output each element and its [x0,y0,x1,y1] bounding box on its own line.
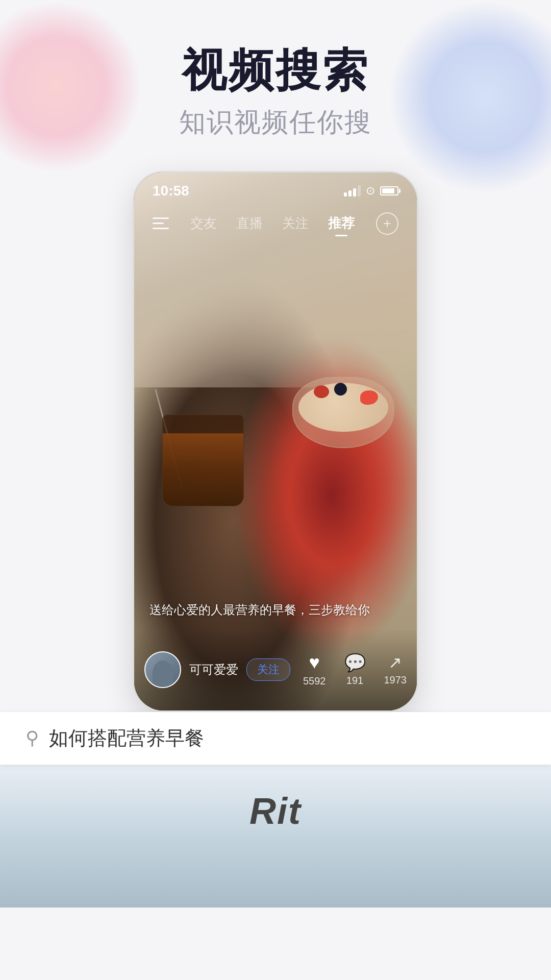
cup-area [162,414,244,506]
search-icon: ⚲ [26,727,39,749]
phone-container: 10:58 ⊙ 交友 直播 [0,171,551,712]
share-icon: ↗ [388,653,402,672]
page-sub-title: 知识视频任你搜 [0,105,551,140]
like-count: 5592 [303,675,326,687]
action-icons: ♥ 5592 💬 191 ↗ 1973 [303,652,407,687]
heart-icon: ♥ [309,652,320,673]
tab-friends[interactable]: 交友 [190,214,217,232]
status-icons: ⊙ [344,184,398,198]
comment-action[interactable]: 💬 191 [344,652,366,687]
wifi-icon: ⊙ [366,184,375,198]
nav-tabs: 交友 直播 关注 推荐 [190,214,355,232]
like-action[interactable]: ♥ 5592 [303,652,326,687]
phone-mockup: 10:58 ⊙ 交友 直播 [133,171,418,712]
page-main-title: 视频搜索 [0,46,551,95]
user-bar: 可可爱爱 关注 ♥ 5592 💬 191 ↗ 1973 [134,629,417,710]
bottom-preview-overlay [0,765,551,908]
tab-recommend[interactable]: 推荐 [328,214,355,232]
user-name[interactable]: 可可爱爱 [189,662,238,678]
rit-label: Rit [249,790,302,832]
signal-icon [344,185,361,197]
user-avatar[interactable] [144,651,181,688]
share-count: 1973 [384,674,407,686]
status-time: 10:58 [153,183,189,199]
search-query[interactable]: 如何搭配营养早餐 [49,725,204,751]
bottom-preview [0,765,551,908]
header-section: 视频搜索 知识视频任你搜 [0,0,551,161]
follow-button[interactable]: 关注 [246,658,290,681]
share-action[interactable]: ↗ 1973 [384,653,407,686]
comment-icon: 💬 [344,652,366,673]
tab-follow[interactable]: 关注 [282,214,309,232]
add-button[interactable]: + [376,212,398,235]
phone-screen: 10:58 ⊙ 交友 直播 [134,173,417,710]
search-bar-section[interactable]: ⚲ 如何搭配营养早餐 [0,712,551,765]
comment-count: 191 [346,675,363,687]
menu-icon[interactable] [153,217,169,229]
nav-bar: 交友 直播 关注 推荐 + [134,203,417,240]
status-bar: 10:58 ⊙ [134,173,417,204]
battery-icon [380,186,398,195]
tab-live[interactable]: 直播 [236,214,263,232]
video-caption: 送给心爱的人最营养的早餐，三步教给你 [149,601,407,619]
bowl-area [292,377,394,448]
